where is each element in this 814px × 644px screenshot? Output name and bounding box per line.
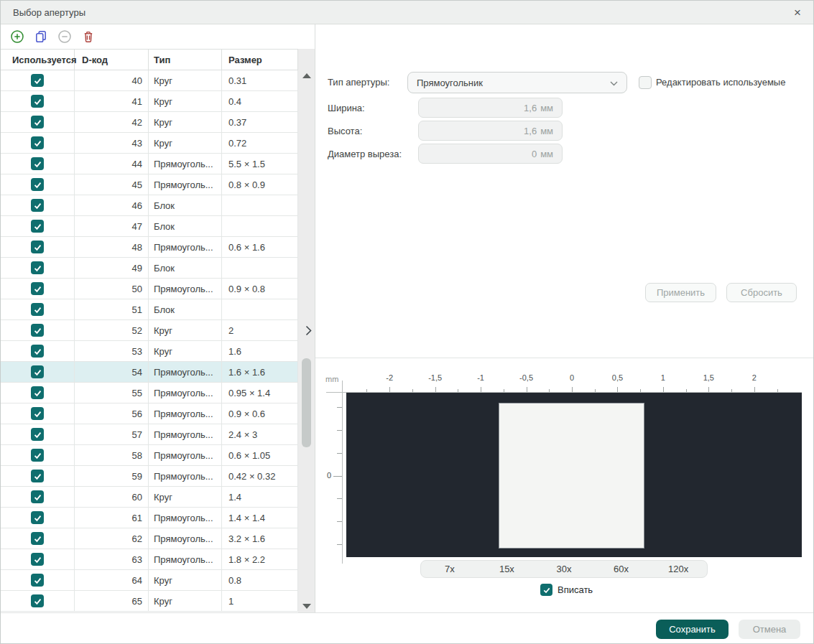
scroll-up-icon[interactable] bbox=[302, 73, 311, 78]
row-used-checkbox[interactable] bbox=[31, 282, 44, 295]
close-icon[interactable]: × bbox=[790, 6, 805, 19]
row-used-checkbox[interactable] bbox=[31, 594, 44, 607]
row-used-checkbox[interactable] bbox=[31, 220, 44, 233]
row-used-checkbox[interactable] bbox=[31, 178, 44, 191]
row-used-checkbox[interactable] bbox=[31, 199, 44, 212]
row-used-checkbox[interactable] bbox=[31, 490, 44, 503]
aperture-preview-canvas[interactable] bbox=[346, 393, 802, 557]
add-aperture-icon[interactable] bbox=[10, 29, 24, 44]
row-type: Прямоуголь... bbox=[149, 528, 222, 549]
table-row[interactable]: 56Прямоуголь...0.9 × 0.6 bbox=[1, 403, 298, 424]
row-used-checkbox[interactable] bbox=[31, 241, 44, 253]
table-row[interactable]: 46Блок bbox=[1, 195, 298, 216]
row-used-checkbox[interactable] bbox=[31, 407, 44, 420]
table-row[interactable]: 43Круг0.72 bbox=[1, 133, 298, 154]
hole-diameter-field[interactable]: 0 мм bbox=[418, 144, 563, 164]
aperture-type-select[interactable]: Прямоугольник bbox=[407, 72, 627, 93]
height-field[interactable]: 1,6 мм bbox=[418, 121, 563, 141]
row-used-checkbox[interactable] bbox=[31, 116, 44, 129]
table-row[interactable]: 55Прямоуголь...0.95 × 1.4 bbox=[1, 383, 298, 403]
table-row[interactable]: 65Круг1 bbox=[1, 591, 298, 612]
row-used-checkbox[interactable] bbox=[31, 365, 44, 378]
row-used-checkbox[interactable] bbox=[31, 511, 44, 524]
row-type: Блок bbox=[149, 195, 222, 216]
column-header-type[interactable]: Тип bbox=[149, 50, 222, 70]
row-used-cell bbox=[1, 528, 75, 549]
row-size: 1.6 × 1.6 bbox=[222, 362, 298, 383]
row-used-checkbox[interactable] bbox=[31, 553, 44, 566]
table-row[interactable]: 59Прямоуголь...0.42 × 0.32 bbox=[1, 466, 298, 487]
table-row[interactable]: 42Круг0.37 bbox=[1, 112, 298, 133]
zoom-30x-button[interactable]: 30x bbox=[535, 561, 593, 577]
row-size bbox=[222, 299, 298, 320]
row-used-checkbox[interactable] bbox=[31, 470, 44, 482]
ruler-tick bbox=[754, 387, 755, 392]
column-header-size[interactable]: Размер bbox=[222, 50, 298, 70]
row-used-cell bbox=[1, 195, 75, 216]
column-header-dcode[interactable]: D-код bbox=[75, 50, 149, 70]
row-used-checkbox[interactable] bbox=[31, 261, 44, 274]
row-size: 0.31 bbox=[222, 70, 298, 91]
ruler-tick bbox=[389, 387, 390, 392]
delete-aperture-icon[interactable] bbox=[81, 29, 96, 44]
table-row[interactable]: 40Круг0.31 bbox=[1, 70, 298, 91]
row-used-checkbox[interactable] bbox=[31, 449, 44, 462]
table-row[interactable]: 60Круг1.4 bbox=[1, 487, 298, 508]
fit-label: Вписать bbox=[558, 584, 593, 596]
row-size: 0.4 bbox=[222, 91, 298, 112]
table-row[interactable]: 45Прямоуголь...0.8 × 0.9 bbox=[1, 174, 298, 195]
scrollbar-thumb[interactable] bbox=[302, 358, 311, 447]
row-used-checkbox[interactable] bbox=[31, 324, 44, 337]
reset-button[interactable]: Сбросить bbox=[726, 283, 797, 302]
row-used-checkbox[interactable] bbox=[31, 428, 44, 441]
zoom-60x-button[interactable]: 60x bbox=[593, 561, 650, 577]
table-row[interactable]: 44Прямоуголь...5.5 × 1.5 bbox=[1, 154, 298, 174]
zoom-120x-button[interactable]: 120x bbox=[649, 561, 707, 577]
table-row[interactable]: 58Прямоуголь...0.6 × 1.05 bbox=[1, 445, 298, 466]
zoom-15x-button[interactable]: 15x bbox=[478, 561, 536, 577]
table-row[interactable]: 64Круг0.8 bbox=[1, 570, 298, 591]
table-row[interactable]: 57Прямоуголь...2.4 × 3 bbox=[1, 424, 298, 445]
row-used-checkbox[interactable] bbox=[31, 345, 44, 358]
scroll-down-icon[interactable] bbox=[302, 604, 311, 609]
fit-checkbox[interactable] bbox=[540, 584, 552, 596]
ruler-zero-label: 0 bbox=[320, 471, 331, 480]
table-row[interactable]: 49Блок bbox=[1, 258, 298, 279]
row-type: Прямоуголь... bbox=[149, 549, 222, 570]
width-field[interactable]: 1,6 мм bbox=[418, 98, 563, 118]
copy-aperture-icon[interactable] bbox=[34, 29, 48, 44]
table-row[interactable]: 51Блок bbox=[1, 299, 298, 320]
row-used-cell bbox=[1, 174, 75, 195]
table-row[interactable]: 53Круг1.6 bbox=[1, 341, 298, 362]
row-used-checkbox[interactable] bbox=[31, 74, 44, 87]
panel-expand-chevron-icon[interactable] bbox=[302, 324, 314, 337]
row-used-cell bbox=[1, 570, 75, 591]
row-used-checkbox[interactable] bbox=[31, 532, 44, 545]
row-used-checkbox[interactable] bbox=[31, 136, 44, 149]
row-type: Круг bbox=[149, 591, 222, 612]
table-row[interactable]: 48Прямоуголь...0.6 × 1.6 bbox=[1, 237, 298, 258]
row-size: 0.6 × 1.05 bbox=[222, 445, 298, 466]
row-used-checkbox[interactable] bbox=[31, 303, 44, 316]
table-row[interactable]: 54Прямоуголь...1.6 × 1.6 bbox=[1, 362, 298, 383]
apply-button[interactable]: Применить bbox=[645, 283, 716, 302]
zoom-7x-button[interactable]: 7x bbox=[421, 561, 478, 577]
column-header-used[interactable]: Используется bbox=[1, 50, 75, 70]
save-button[interactable]: Сохранить bbox=[656, 620, 729, 639]
table-row[interactable]: 47Блок bbox=[1, 216, 298, 237]
row-used-checkbox[interactable] bbox=[31, 386, 44, 399]
edit-used-checkbox[interactable] bbox=[639, 76, 652, 89]
cancel-button[interactable]: Отмена bbox=[739, 620, 800, 639]
table-row[interactable]: 61Прямоуголь...1.4 × 1.4 bbox=[1, 508, 298, 528]
table-row[interactable]: 52Круг2 bbox=[1, 320, 298, 341]
table-row[interactable]: 50Прямоуголь...0.9 × 0.8 bbox=[1, 279, 298, 299]
row-used-checkbox[interactable] bbox=[31, 574, 44, 587]
remove-aperture-icon[interactable] bbox=[57, 29, 72, 44]
row-size: 5.5 × 1.5 bbox=[222, 154, 298, 174]
table-row[interactable]: 63Прямоуголь...1.8 × 2.2 bbox=[1, 549, 298, 570]
table-row[interactable]: 62Прямоуголь...3.2 × 1.6 bbox=[1, 528, 298, 549]
table-header: Используется D-код Тип Размер bbox=[1, 49, 298, 70]
table-row[interactable]: 41Круг0.4 bbox=[1, 91, 298, 112]
row-used-checkbox[interactable] bbox=[31, 157, 44, 170]
row-used-checkbox[interactable] bbox=[31, 95, 44, 108]
